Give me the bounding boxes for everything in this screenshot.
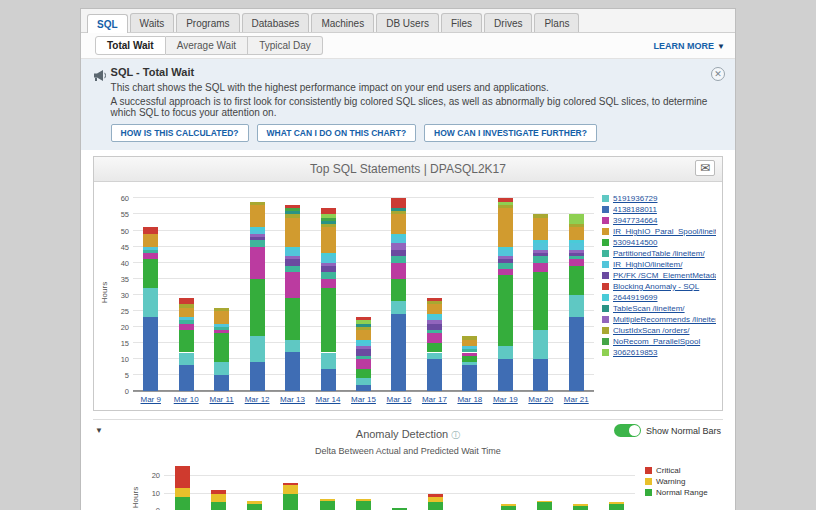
bar-segment[interactable] (462, 356, 477, 362)
bar-segment[interactable] (321, 353, 336, 369)
bar-segment[interactable] (533, 250, 548, 253)
bar-segment[interactable] (533, 218, 548, 240)
bar-segment[interactable] (211, 502, 226, 510)
bar-segment[interactable] (321, 221, 336, 224)
bar-segment[interactable] (143, 253, 158, 259)
bar-segment[interactable] (569, 224, 584, 227)
bar-segment[interactable] (537, 501, 552, 503)
bar-segment[interactable] (498, 256, 513, 259)
date-link[interactable]: Mar 9 (133, 395, 168, 404)
stacked-bar[interactable] (537, 462, 552, 510)
bar-segment[interactable] (569, 253, 584, 256)
bar-segment[interactable] (427, 314, 442, 317)
sql-statement-link[interactable]: 2644919699 (613, 293, 658, 302)
bar-segment[interactable] (321, 227, 336, 253)
stacked-bar[interactable] (462, 192, 477, 391)
bar-segment[interactable] (391, 301, 406, 314)
bar-segment[interactable] (250, 336, 265, 362)
bar-segment[interactable] (391, 211, 406, 214)
bar-segment[interactable] (427, 304, 442, 314)
bar-segment[interactable] (285, 266, 300, 272)
subtab-average-wait[interactable]: Average Wait (166, 36, 248, 55)
bar-segment[interactable] (391, 237, 406, 243)
bar-segment[interactable] (569, 214, 584, 224)
bar-segment[interactable] (427, 301, 442, 304)
help-button-how-can-i-investigate-further-[interactable]: HOW CAN I INVESTIGATE FURTHER? (424, 124, 597, 142)
bar-segment[interactable] (462, 353, 477, 356)
stacked-bar[interactable] (250, 192, 265, 391)
bar-segment[interactable] (356, 327, 371, 330)
bar-segment[interactable] (569, 295, 584, 317)
bar-segment[interactable] (211, 490, 226, 494)
date-link[interactable]: Mar 15 (346, 395, 381, 404)
bar-segment[interactable] (285, 205, 300, 208)
bar-segment[interactable] (285, 208, 300, 211)
bar-segment[interactable] (609, 504, 624, 510)
bar-segment[interactable] (356, 317, 371, 320)
bar-segment[interactable] (462, 336, 477, 339)
bar-segment[interactable] (283, 485, 298, 494)
bar-segment[interactable] (533, 359, 548, 391)
date-link[interactable]: Mar 16 (381, 395, 416, 404)
bar-segment[interactable] (285, 250, 300, 256)
date-link[interactable]: Mar 13 (275, 395, 310, 404)
stacked-bar[interactable] (214, 192, 229, 391)
stacked-bar[interactable] (247, 462, 262, 510)
stacked-bar[interactable] (573, 462, 588, 510)
bar-segment[interactable] (569, 256, 584, 259)
bar-segment[interactable] (143, 317, 158, 391)
bar-segment[interactable] (498, 263, 513, 269)
stacked-bar[interactable] (356, 462, 371, 510)
bar-segment[interactable] (250, 231, 265, 234)
bar-segment[interactable] (533, 330, 548, 359)
sql-statement-link[interactable]: PK/FK /SCM_ElementMetadata/ (613, 271, 716, 280)
bar-segment[interactable] (391, 250, 406, 256)
bar-segment[interactable] (428, 502, 443, 510)
bar-segment[interactable] (250, 362, 265, 391)
date-link[interactable]: Mar 18 (452, 395, 487, 404)
bar-segment[interactable] (427, 330, 442, 333)
bar-segment[interactable] (321, 256, 336, 262)
bar-segment[interactable] (391, 234, 406, 237)
sql-statement-link[interactable]: PartitionedTable /lineitem/ (613, 249, 705, 258)
bar-segment[interactable] (356, 501, 371, 510)
subtab-typical-day[interactable]: Typical Day (248, 36, 323, 55)
bar-segment[interactable] (285, 214, 300, 217)
bar-segment[interactable] (143, 259, 158, 288)
stacked-bar[interactable] (356, 192, 371, 391)
stacked-bar[interactable] (143, 192, 158, 391)
bar-segment[interactable] (569, 259, 584, 265)
bar-segment[interactable] (250, 279, 265, 337)
bar-segment[interactable] (320, 501, 335, 510)
toggle-pill[interactable] (614, 424, 641, 437)
bar-segment[interactable] (391, 214, 406, 233)
bar-segment[interactable] (179, 304, 194, 307)
bar-segment[interactable] (214, 324, 229, 327)
bar-segment[interactable] (285, 256, 300, 259)
bar-segment[interactable] (537, 502, 552, 510)
bar-segment[interactable] (498, 275, 513, 346)
stacked-bar[interactable] (427, 192, 442, 391)
bar-segment[interactable] (283, 494, 298, 510)
sql-statement-link[interactable]: 3947734664 (613, 216, 658, 225)
bar-segment[interactable] (462, 362, 477, 365)
bar-segment[interactable] (533, 240, 548, 243)
bar-segment[interactable] (498, 346, 513, 359)
bar-segment[interactable] (285, 259, 300, 265)
date-link[interactable]: Mar 17 (417, 395, 452, 404)
bar-segment[interactable] (427, 353, 442, 359)
date-link[interactable]: Mar 11 (204, 395, 239, 404)
learn-more-menu[interactable]: LEARN MORE▼ (654, 41, 725, 51)
bar-segment[interactable] (356, 499, 371, 501)
bar-segment[interactable] (356, 369, 371, 379)
bar-segment[interactable] (250, 237, 265, 240)
bar-segment[interactable] (427, 343, 442, 353)
bar-segment[interactable] (569, 317, 584, 391)
bar-segment[interactable] (569, 240, 584, 243)
bar-segment[interactable] (427, 333, 442, 343)
bar-segment[interactable] (356, 320, 371, 323)
bar-segment[interactable] (462, 365, 477, 391)
stacked-bar[interactable] (283, 462, 298, 510)
bar-segment[interactable] (356, 385, 371, 391)
stacked-bar[interactable] (285, 192, 300, 391)
